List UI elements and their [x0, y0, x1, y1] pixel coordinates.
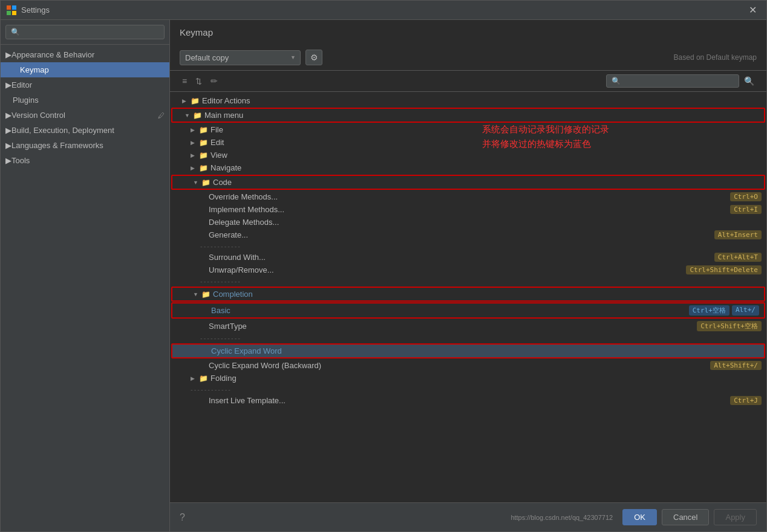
keymap-dropdown-wrapper: Default copy Default	[180, 50, 301, 65]
tree-node-file[interactable]: ▶ 📁 File	[170, 123, 766, 136]
label-navigate: Navigate	[211, 163, 241, 172]
tree-search-input[interactable]	[606, 74, 739, 88]
close-button[interactable]: ✕	[745, 3, 760, 17]
sidebar-item-appearance[interactable]: ▶ Appearance & Behavior	[1, 47, 169, 62]
shortcut-implement: Ctrl+I	[730, 205, 762, 214]
tree-node-view[interactable]: ▶ 📁 View	[170, 149, 766, 161]
shortcut-unwrap: Ctrl+Shift+Delete	[686, 265, 762, 274]
arrow-edit: ▶	[191, 140, 199, 146]
help-button[interactable]: ?	[180, 512, 185, 523]
arrow-file: ▶	[191, 127, 199, 133]
ok-button[interactable]: OK	[622, 509, 657, 525]
right-panel: Keymap Default copy Default ⚙ Based on D…	[170, 20, 766, 531]
shortcut-basic-group: Ctrl+空格 Alt+/	[689, 305, 759, 316]
label-surround: Surround With...	[209, 253, 266, 262]
label-edit: Edit	[211, 138, 224, 147]
arrow-code: ▼	[193, 180, 201, 186]
settings-window: Settings ✕ ▶ Appearance & Behavior Keyma…	[0, 0, 767, 532]
shortcut-generate: Alt+Insert	[714, 230, 762, 239]
sidebar-plugins-label: Plugins	[13, 96, 39, 105]
arrow-completion: ▼	[193, 291, 201, 297]
title-bar: Settings ✕	[1, 1, 766, 20]
arrow-editor-actions: ▶	[182, 98, 191, 104]
sidebar-item-keymap[interactable]: Keymap	[1, 62, 169, 77]
sidebar-build-label: Build, Execution, Deployment	[11, 126, 114, 135]
tree-node-delegate[interactable]: Delegate Methods...	[170, 216, 766, 229]
folder-icon-editor-actions: 📁	[191, 97, 200, 105]
tree-node-cyclic-expand[interactable]: Cyclic Expand Word	[171, 343, 765, 358]
apply-button[interactable]: Apply	[714, 509, 757, 525]
url-hint: https://blog.csdn.net/qq_42307712	[511, 514, 613, 521]
label-unwrap: Unwrap/Remove...	[209, 265, 274, 274]
tree-node-generate[interactable]: Generate... Alt+Insert	[170, 229, 766, 241]
expand-all-icon[interactable]: ≡	[180, 75, 189, 87]
tree-node-cyclic-bwd[interactable]: Cyclic Expand Word (Backward) Alt+Shift+…	[170, 359, 766, 372]
keymap-dropdown[interactable]: Default copy Default	[180, 50, 301, 65]
label-smarttype: SmartType	[209, 322, 247, 331]
svg-rect-1	[12, 5, 16, 10]
tree-node-folding[interactable]: ▶ 📁 Folding	[170, 372, 766, 384]
expand-arrow-tools: ▶	[5, 156, 11, 165]
separator-4: ------------	[170, 384, 766, 394]
label-delegate: Delegate Methods...	[209, 218, 279, 227]
search-right: 🔍	[606, 74, 757, 88]
keymap-settings-button[interactable]: ⚙	[305, 50, 322, 65]
search-options-icon[interactable]: 🔍	[742, 75, 757, 87]
folder-icon-navigate: 📁	[199, 164, 208, 172]
svg-rect-2	[7, 11, 11, 15]
separator-2: ------------	[170, 276, 766, 286]
shortcut-basic-2: Alt+/	[732, 305, 759, 316]
tree-node-basic[interactable]: Basic Ctrl+空格 Alt+/	[171, 302, 765, 319]
sidebar-tools-label: Tools	[11, 156, 30, 165]
tree-node-smarttype[interactable]: SmartType Ctrl+Shift+空格	[170, 319, 766, 333]
panel-title: Keymap	[180, 27, 213, 37]
svg-rect-0	[7, 5, 11, 10]
folder-icon-view: 📁	[199, 151, 208, 160]
label-main-menu: Main menu	[204, 111, 243, 120]
folder-icon-folding: 📁	[199, 374, 208, 383]
expand-arrow-appearance: ▶	[5, 50, 11, 59]
vc-icon: 🖊	[158, 112, 165, 119]
svg-rect-3	[12, 11, 16, 15]
label-folding: Folding	[211, 374, 237, 383]
sidebar-lang-label: Languages & Frameworks	[11, 141, 103, 150]
app-icon	[7, 5, 16, 15]
sidebar-item-version-control[interactable]: ▶ Version Control 🖊	[1, 108, 169, 123]
arrow-folding: ▶	[191, 375, 199, 381]
collapse-all-icon[interactable]: ⇅	[193, 76, 204, 87]
tree-node-insert-live[interactable]: Insert Live Template... Ctrl+J	[170, 394, 766, 407]
separator-1: ------------	[170, 241, 766, 251]
sidebar-item-build[interactable]: ▶ Build, Execution, Deployment	[1, 123, 169, 138]
sidebar-item-languages[interactable]: ▶ Languages & Frameworks	[1, 138, 169, 153]
arrow-navigate: ▶	[191, 165, 199, 171]
based-on-label: Based on Default keymap	[674, 53, 757, 62]
tree-node-unwrap[interactable]: Unwrap/Remove... Ctrl+Shift+Delete	[170, 264, 766, 276]
shortcut-override: Ctrl+O	[730, 192, 762, 201]
tree-content: ▶ 📁 Editor Actions ▼ 📁 Main menu ▶ 📁	[170, 92, 766, 502]
tree-node-override[interactable]: Override Methods... Ctrl+O	[170, 190, 766, 203]
sidebar-search-input[interactable]	[5, 25, 165, 39]
tree-node-main-menu[interactable]: ▼ 📁 Main menu	[171, 108, 765, 123]
cancel-button[interactable]: Cancel	[662, 509, 709, 525]
tree-node-edit[interactable]: ▶ 📁 Edit	[170, 136, 766, 149]
tree-node-completion[interactable]: ▼ 📁 Completion	[171, 287, 765, 302]
tree-node-editor-actions[interactable]: ▶ 📁 Editor Actions	[170, 94, 766, 107]
sidebar-keymap-label: Keymap	[20, 65, 49, 74]
folder-icon-file: 📁	[199, 126, 208, 134]
sidebar-tree: ▶ Appearance & Behavior Keymap ▶ Editor …	[1, 45, 169, 531]
edit-icon[interactable]: ✏	[208, 75, 220, 87]
tree-node-code[interactable]: ▼ 📁 Code	[171, 175, 765, 190]
tree-node-navigate[interactable]: ▶ 📁 Navigate	[170, 161, 766, 174]
window-title: Settings	[21, 5, 745, 15]
sidebar: ▶ Appearance & Behavior Keymap ▶ Editor …	[1, 20, 170, 531]
sidebar-item-editor[interactable]: ▶ Editor	[1, 77, 169, 92]
gear-icon: ⚙	[310, 53, 318, 62]
expand-arrow-build: ▶	[5, 126, 11, 135]
shortcut-basic-1: Ctrl+空格	[689, 305, 729, 316]
label-view: View	[211, 151, 227, 160]
tree-node-surround[interactable]: Surround With... Ctrl+Alt+T	[170, 251, 766, 264]
folder-icon-main-menu: 📁	[193, 111, 202, 120]
tree-node-implement[interactable]: Implement Methods... Ctrl+I	[170, 203, 766, 216]
sidebar-item-tools[interactable]: ▶ Tools	[1, 153, 169, 168]
sidebar-item-plugins[interactable]: Plugins	[1, 92, 169, 108]
